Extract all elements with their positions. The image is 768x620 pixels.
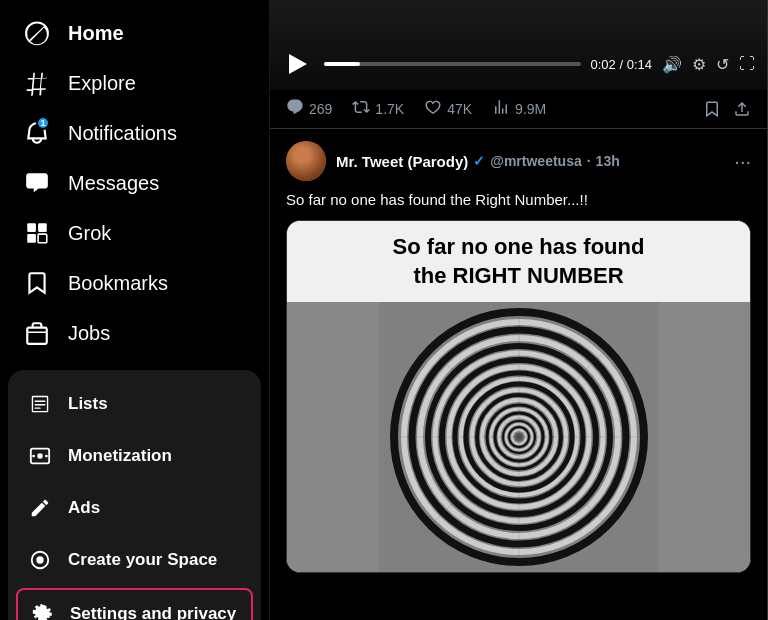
- author-handle: @mrtweetusa: [490, 153, 581, 169]
- home-icon: [24, 20, 50, 46]
- meme-image: [287, 302, 750, 572]
- sidebar-item-ads[interactable]: Ads: [8, 482, 261, 534]
- video-progress-bar[interactable]: [324, 62, 581, 66]
- more-item-label: Create your Space: [68, 550, 217, 570]
- svg-point-6: [32, 455, 35, 458]
- sidebar-item-notifications[interactable]: 1 Notifications: [8, 108, 261, 158]
- views-stat[interactable]: 9.9M: [492, 98, 546, 120]
- svg-point-5: [37, 453, 43, 459]
- tweet-actions-right: [703, 100, 751, 118]
- like-count: 47K: [447, 101, 472, 117]
- svg-point-7: [45, 455, 48, 458]
- svg-rect-0: [27, 223, 36, 232]
- more-item-label: Lists: [68, 394, 108, 414]
- sidebar-item-settings[interactable]: Settings and privacy: [16, 588, 253, 620]
- video-action-icons: 🔊 ⚙ ↺ ⛶: [662, 55, 755, 74]
- retweet-stat[interactable]: 1.7K: [352, 98, 404, 120]
- ads-icon: [28, 496, 52, 520]
- play-button[interactable]: [282, 48, 314, 80]
- comment-stat[interactable]: 269: [286, 98, 332, 120]
- avatar[interactable]: [286, 141, 326, 181]
- views-count: 9.9M: [515, 101, 546, 117]
- sidebar-item-label: Notifications: [68, 122, 177, 145]
- volume-icon[interactable]: 🔊: [662, 55, 682, 74]
- sidebar: Home Explore 1 Notifications: [0, 0, 270, 620]
- spaces-icon: [28, 548, 52, 572]
- video-player: 0:02 / 0:14 🔊 ⚙ ↺ ⛶: [270, 0, 767, 90]
- grok-icon: [24, 220, 50, 246]
- messages-icon: [24, 170, 50, 196]
- svg-rect-1: [38, 223, 47, 232]
- sidebar-item-explore[interactable]: Explore: [8, 58, 261, 108]
- svg-rect-3: [38, 234, 47, 243]
- sidebar-item-label: Home: [68, 22, 124, 45]
- play-triangle-icon: [289, 54, 307, 74]
- share-action[interactable]: [733, 100, 751, 118]
- tweet-area: 0:02 / 0:14 🔊 ⚙ ↺ ⛶ 269: [270, 0, 767, 573]
- monetization-icon: [28, 444, 52, 468]
- meme-container: So far no one has found the RIGHT NUMBER: [286, 220, 751, 573]
- svg-rect-2: [27, 234, 36, 243]
- settings-video-icon[interactable]: ⚙: [692, 55, 706, 74]
- tweet-stats: 269 1.7K 47K 9.9M: [270, 90, 767, 129]
- bookmarks-icon: [24, 270, 50, 296]
- replay-icon[interactable]: ↺: [716, 55, 729, 74]
- more-item-label: Ads: [68, 498, 100, 518]
- sidebar-item-label: Jobs: [68, 322, 110, 345]
- sidebar-item-home[interactable]: Home: [8, 8, 261, 58]
- tweet-timestamp: 13h: [596, 153, 620, 169]
- sidebar-item-label: Messages: [68, 172, 159, 195]
- video-progress-fill: [324, 62, 360, 66]
- notification-badge: 1: [36, 116, 50, 130]
- sidebar-item-bookmarks[interactable]: Bookmarks: [8, 258, 261, 308]
- explore-icon: [24, 70, 50, 96]
- sidebar-item-grok[interactable]: Grok: [8, 208, 261, 258]
- sidebar-item-monetization[interactable]: Monetization: [8, 430, 261, 482]
- jobs-icon: [24, 320, 50, 346]
- sidebar-item-jobs[interactable]: Jobs: [8, 308, 261, 358]
- sidebar-nav: Home Explore 1 Notifications: [0, 8, 269, 358]
- video-controls: 0:02 / 0:14 🔊 ⚙ ↺ ⛶: [282, 48, 755, 80]
- tweet-time: ·: [587, 153, 591, 169]
- verified-badge: ✓: [473, 153, 485, 169]
- tweet-text: So far no one has found the Right Number…: [270, 189, 767, 220]
- sidebar-item-messages[interactable]: Messages: [8, 158, 261, 208]
- tweet-author-row: Mr. Tweet (Parody) ✓ @mrtweetusa · 13h ·…: [270, 129, 767, 189]
- more-item-label: Settings and privacy: [70, 604, 236, 620]
- sidebar-item-lists[interactable]: Lists: [8, 378, 261, 430]
- settings-icon: [30, 602, 54, 620]
- more-menu: Lists Monetization Ads: [8, 370, 261, 620]
- more-item-label: Monetization: [68, 446, 172, 466]
- author-name[interactable]: Mr. Tweet (Parody): [336, 153, 468, 170]
- heart-icon: [424, 98, 442, 120]
- author-info: Mr. Tweet (Parody) ✓ @mrtweetusa · 13h: [336, 153, 724, 170]
- spiral-graphic: [287, 302, 750, 572]
- views-icon: [492, 98, 510, 120]
- retweet-icon: [352, 98, 370, 120]
- avatar-image: [286, 141, 326, 181]
- sidebar-item-label: Bookmarks: [68, 272, 168, 295]
- meme-title: So far no one has found the RIGHT NUMBER: [287, 221, 750, 302]
- sidebar-item-label: Grok: [68, 222, 111, 245]
- video-time: 0:02 / 0:14: [591, 57, 652, 72]
- sidebar-item-create-space[interactable]: Create your Space: [8, 534, 261, 586]
- svg-point-9: [36, 556, 43, 563]
- like-stat[interactable]: 47K: [424, 98, 472, 120]
- tweet-more-options[interactable]: ···: [734, 150, 751, 173]
- comment-icon: [286, 98, 304, 120]
- sidebar-item-label: Explore: [68, 72, 136, 95]
- author-name-row: Mr. Tweet (Parody) ✓ @mrtweetusa · 13h: [336, 153, 724, 170]
- fullscreen-icon[interactable]: ⛶: [739, 55, 755, 73]
- bookmark-action[interactable]: [703, 100, 721, 118]
- main-content: 0:02 / 0:14 🔊 ⚙ ↺ ⛶ 269: [270, 0, 768, 620]
- retweet-count: 1.7K: [375, 101, 404, 117]
- lists-icon: [28, 392, 52, 416]
- comment-count: 269: [309, 101, 332, 117]
